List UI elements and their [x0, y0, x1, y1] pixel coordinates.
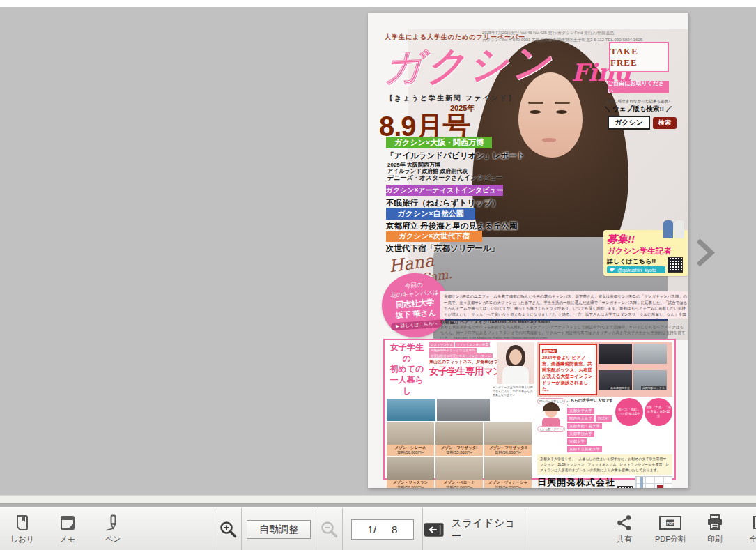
viewer-canvas[interactable]: 大学生による大学生のためのフリーペーパー 2025年7月20日発行 Vol.46… [0, 7, 756, 495]
listing-price: 賃料/52,000円~ [387, 485, 434, 488]
ad-building-photo [435, 457, 483, 480]
ad-right-column: 新設完成! 2024年春より ピアノ室、楽器練習防音室、共同宅配ボックス、お布団… [537, 342, 672, 476]
university-tag: 京都女子大学 [567, 408, 594, 414]
ad-listing: メゾン・マリザッタII賃料/56,000円~ [484, 422, 532, 456]
map-marker [657, 485, 663, 488]
ad-universities-block: こちらの大学生に人気です♪ 京都女子大学 関西外大女子 同志社 京都美術工芸大学… [566, 398, 614, 453]
ad-popular-heading: こちらの大学生に人気です♪ [566, 398, 614, 407]
university-tag: 関西外大女子 [567, 415, 594, 422]
model-brow [528, 102, 543, 104]
ad-main-title: 女子学生専用マンション [429, 365, 496, 378]
university-tag: 京都市立芸術大学 [567, 446, 602, 452]
search-keyword-box: ガクシン [608, 116, 650, 130]
cover-caption: 京都サンガF.C.のユニフォームを着て撮影に臨んだ今月の花のキャンパス、坂下華さ… [440, 291, 688, 319]
ad-building-photo [484, 457, 532, 480]
ad-building-photo [387, 422, 434, 445]
auto-fit-button[interactable]: 自動調整 [247, 520, 311, 539]
zoom-in-button[interactable] [215, 508, 242, 550]
ad-lead-line: 女子学生の [387, 342, 427, 364]
ad-left-column: 女子学生の 初めての 一人暮らし レストラン付き フィットネス使い放題 光熱費&… [387, 342, 534, 476]
magazine-title: ガクシン [383, 36, 555, 96]
ad-listing: メゾン・ジョスラン賃料/52,000円~ [387, 457, 434, 488]
advertisement-section: 女子学生の 初めての 一人暮らし レストラン付き フィットネス使い放題 光熱費&… [383, 339, 676, 480]
model-brow [555, 102, 570, 104]
memo-icon [59, 514, 77, 532]
ad-gym-photo [437, 399, 490, 421]
ad-subtitle: 東山区のフィットネス、夕食事(オプション)付き [429, 359, 496, 365]
slideshow-button[interactable]: スライドショー [423, 517, 525, 543]
access-circle: 市バス「馬町」バス停 徒歩1分 [615, 398, 643, 426]
ad-company-name: 日興開発株式会社 [537, 476, 615, 488]
pdf-split-label: PDF分割 [655, 534, 686, 544]
search-button-graphic: 検索 [653, 117, 677, 129]
ad-listing: メゾン・ペローナ賃料/52,000円~ [435, 457, 483, 488]
pdf-split-button[interactable]: PDF PDF分割 [648, 511, 693, 547]
feature-headline: 「アイルランドパビリオン」レポート [386, 151, 525, 161]
ad-listing: メゾン・シレーネ賃料/56,000円~ [387, 422, 434, 456]
print-button[interactable]: 印刷 [698, 511, 732, 547]
ad-soundproof-room-photo: 楽器練習防音室 [599, 370, 632, 390]
ad-building-photo [435, 422, 483, 445]
recruit-handle-text: @gakushin_kyoto [617, 268, 656, 273]
ad-lead-line: 初めての [387, 364, 427, 375]
bottom-toolbar: しおり メモ ペン [0, 507, 756, 550]
share-button[interactable]: 共有 [608, 511, 641, 547]
university-tag: 京都大学 [567, 438, 587, 445]
ad-model-top [502, 366, 529, 384]
share-label: 共有 [617, 534, 632, 544]
page-number-cell: 1/ 8 [343, 508, 423, 550]
publication-info-line1: 2025年7月20日発行 Vol.46 No.425 発行/ガクシンFind 発… [482, 30, 642, 37]
auto-fit-cell: 自動調整 [242, 508, 316, 550]
twitter-bird-icon [610, 267, 615, 273]
page-number-input[interactable]: 1/ 8 [351, 519, 414, 540]
bookmark-icon [13, 514, 31, 532]
ad-news-text: 2024年春より ピアノ室、楽器練習防音室、共同宅配ボックス、お布団が洗える大型… [542, 354, 594, 392]
recruit-qr-code [668, 257, 683, 273]
web-search-callout: ＼ ウェブ版も検索!! ／ [600, 105, 677, 114]
chevron-right-icon [693, 237, 717, 269]
bookmark-label: しおり [10, 534, 34, 544]
ad-listing: メゾン・マリザッタI賃料/55,000円~ [435, 422, 483, 456]
model-eye [556, 110, 567, 114]
memo-button[interactable]: メモ [50, 511, 85, 547]
pdf-icon-text: PDF [667, 521, 675, 526]
print-label: 印刷 [707, 534, 723, 544]
listing-price: 賃料/56,000円~ [484, 450, 532, 455]
listing-name: メゾン・ジョスラン [387, 480, 434, 485]
web-note: 誌面に載せきれなかった記事も必見♪ [602, 99, 674, 104]
bookmark-button[interactable]: しおり [5, 511, 40, 547]
zoom-out-button[interactable] [316, 508, 343, 550]
ad-model-face [509, 349, 522, 365]
ad-feature-badge: フィットネス使い放題 [455, 342, 490, 347]
pdf-split-icon: PDF [658, 514, 682, 532]
feature-headline: 次世代下宿「京都ソリデール」 [386, 243, 499, 254]
ad-news-row: 新設完成! 2024年春より ピアノ室、楽器練習防音室、共同宅配ボックス、お布団… [537, 342, 672, 397]
print-icon [706, 514, 724, 532]
zoom-out-icon [320, 520, 339, 540]
ad-feature-badge: レストラン付き [429, 342, 454, 347]
feature-headline: 不眠旅行（ねむらずトリップ） [386, 198, 500, 208]
pen-button[interactable]: ペン [95, 511, 130, 547]
take-free-note: ご自由にお取りください [608, 81, 669, 93]
map-river [640, 477, 643, 488]
listing-price: 賃料/54,000円~ [484, 485, 532, 488]
ad-building-photo [387, 457, 434, 480]
feature-headline: 京都府立 丹後海と星の見える丘公園 [386, 221, 517, 231]
fullscreen-icon [752, 514, 756, 532]
university-tag: 京都華頂大学 [567, 431, 594, 437]
fullscreen-button[interactable]: 全画面 [741, 511, 756, 547]
listing-name: メゾン・ヴィナーシャ [484, 480, 532, 485]
access-circle: 京阪「七条」「清水五条」各5~12分 [645, 398, 672, 426]
next-page-button[interactable] [693, 237, 717, 269]
search-mock: ガクシン 検索 [608, 116, 677, 130]
model-lip [542, 138, 556, 142]
listing-name: メゾン・マリザッタII [484, 445, 532, 450]
feature-subline: デニーズ・オスタークさんインタビュー [387, 174, 502, 183]
magazine-subtitle: 【きょうと学生新聞 ファインド】 [386, 93, 516, 103]
university-tag: 同志社 [596, 415, 612, 422]
feature-banner: ガクシン×アーティストインタビュー [386, 185, 503, 196]
magazine-page[interactable]: 大学生による大学生のためのフリーペーパー 2025年7月20日発行 Vol.46… [368, 13, 688, 488]
ad-description: 京都女子大学近くで、一人暮らしの住まいを探す方に、お勧めの女子学生専用マンション… [537, 454, 672, 475]
pen-label: ペン [105, 534, 121, 544]
take-free-label: TAKE FREE [610, 46, 668, 68]
